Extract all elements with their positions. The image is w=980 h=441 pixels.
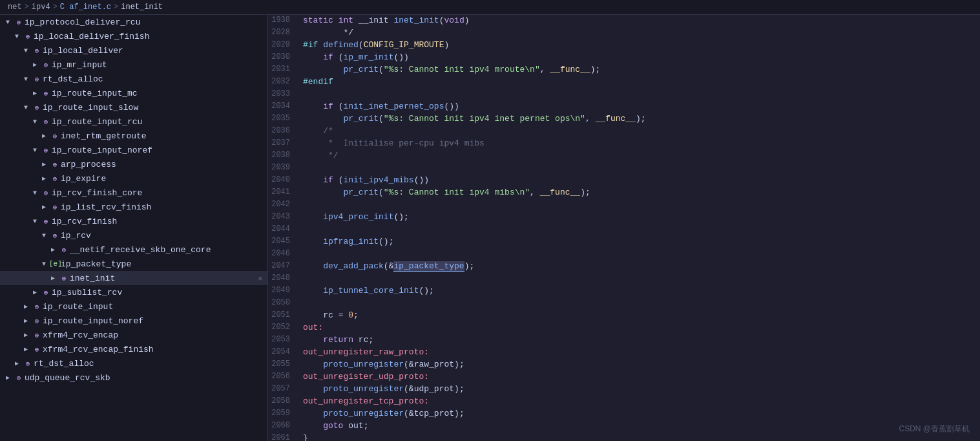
tree-chevron[interactable]: ▶ — [39, 175, 49, 182]
tree-chevron[interactable]: ▶ — [30, 288, 40, 296]
line-number: 2043 — [268, 211, 300, 224]
tree-chevron[interactable]: ▼ — [21, 104, 31, 111]
sidebar-item-arp_process[interactable]: ▶⊕ arp_process — [0, 157, 267, 171]
sidebar-item-ip_mr_input[interactable]: ▶⊕ ip_mr_input — [0, 58, 267, 72]
tree-icon-func: ⊕ — [58, 274, 70, 283]
code-line: 2053 return rc; — [268, 334, 980, 347]
sidebar-item-ip_protocol_deliver_rcu[interactable]: ▼⊕ ip_protocol_deliver_rcu — [0, 15, 267, 29]
sidebar-call-tree[interactable]: ▼⊕ ip_protocol_deliver_rcu▼⊕ ip_local_de… — [0, 15, 268, 441]
code-line: 2048 — [268, 273, 980, 285]
code-editor[interactable]: 1938static int __init inet_init(void)202… — [268, 15, 980, 441]
line-number: 2056 — [268, 371, 300, 383]
tree-chevron[interactable]: ▶ — [3, 374, 13, 382]
line-content: ip_tunnel_core_init(); — [300, 285, 980, 297]
tree-label: rt_dst_alloc — [34, 359, 94, 369]
tree-chevron[interactable]: ▶ — [39, 160, 49, 168]
tree-icon-func: ⊕ — [40, 189, 52, 197]
tree-label: ip_route_input_mc — [52, 89, 138, 98]
tree-item-close-button[interactable]: ✕ — [258, 274, 262, 283]
tree-label: __netif_receive_skb_one_core — [70, 245, 211, 255]
tree-chevron[interactable]: ▶ — [48, 246, 58, 253]
sidebar-item-ip_route_input_rcu[interactable]: ▼⊕ ip_route_input_rcu — [0, 114, 267, 129]
line-content — [300, 162, 980, 175]
tree-label: inet_init — [70, 274, 115, 283]
tree-chevron[interactable]: ▶ — [48, 274, 58, 282]
tree-chevron[interactable]: ▶ — [21, 303, 31, 310]
line-number: 2058 — [268, 396, 300, 408]
tree-icon-func: ⊕ — [31, 317, 43, 325]
sidebar-item-ip_local_deliver[interactable]: ▼⊕ ip_local_deliver — [0, 43, 267, 58]
sidebar-item-inet_rtm_getroute[interactable]: ▶⊕ inet_rtm_getroute — [0, 129, 267, 143]
tree-chevron[interactable]: ▼ — [30, 189, 40, 197]
line-number: 2046 — [268, 248, 300, 261]
tree-icon-func: ⊕ — [31, 331, 43, 339]
sidebar-item-ip_route_input[interactable]: ▶⊕ ip_route_input — [0, 299, 267, 314]
tree-chevron[interactable]: ▶ — [30, 61, 40, 69]
sidebar-item-ip_local_deliver_finish[interactable]: ▼⊕ ip_local_deliver_finish — [0, 29, 267, 43]
tree-label: inet_rtm_getroute — [61, 131, 147, 141]
sidebar-item-xfrm4_rcv_encap_finish[interactable]: ▶⊕ xfrm4_rcv_encap_finish — [0, 342, 267, 356]
tree-chevron[interactable]: ▼ — [12, 33, 22, 40]
tree-chevron[interactable]: ▼ — [21, 47, 31, 54]
sidebar-item-ip_route_input_mc[interactable]: ▶⊕ ip_route_input_mc — [0, 86, 267, 100]
tree-chevron[interactable]: ▶ — [21, 345, 31, 353]
sidebar-item-ip_expire[interactable]: ▶⊕ ip_expire — [0, 171, 267, 186]
tree-icon-func: ⊕ — [58, 246, 70, 254]
line-content: out: — [300, 322, 980, 334]
tree-icon-func: ⊕ — [13, 374, 25, 382]
code-line: 2056out_unregister_udp_proto: — [268, 371, 980, 383]
sidebar-item-rt_dst_alloc[interactable]: ▼⊕ rt_dst_alloc — [0, 72, 267, 86]
breadcrumb-file[interactable]: C af_inet.c — [60, 3, 111, 12]
code-line: 2039 — [268, 162, 980, 175]
sidebar-item-ip_route_input_noref[interactable]: ▼⊕ ip_route_input_noref — [0, 143, 267, 157]
breadcrumb-symbol[interactable]: inet_init — [121, 3, 163, 12]
tree-chevron[interactable]: ▼ — [30, 118, 40, 125]
sidebar-item-xfrm4_rcv_encap[interactable]: ▶⊕ xfrm4_rcv_encap — [0, 328, 267, 342]
tree-chevron[interactable]: ▼ — [39, 261, 49, 268]
sidebar-item-inet_init[interactable]: ▶⊕ inet_init✕ — [0, 271, 267, 285]
sidebar-item-ip_sublist_rcv[interactable]: ▶⊕ ip_sublist_rcv — [0, 285, 267, 299]
line-content — [300, 224, 980, 236]
sidebar-item-ip_packet_type[interactable]: ▼[e] ip_packet_type — [0, 257, 267, 271]
line-number: 2028 — [268, 27, 300, 39]
tree-chevron[interactable]: ▼ — [39, 232, 49, 239]
sidebar-item-__netif_receive_skb_one_core[interactable]: ▶⊕ __netif_receive_skb_one_core — [0, 242, 267, 257]
tree-chevron[interactable]: ▶ — [39, 132, 49, 140]
tree-chevron[interactable]: ▼ — [21, 76, 31, 83]
line-number: 2057 — [268, 383, 300, 396]
tree-chevron[interactable]: ▼ — [3, 19, 13, 26]
sidebar-item-udp_queue_rcv_skb[interactable]: ▶⊕ udp_queue_rcv_skb — [0, 371, 267, 385]
code-line: 2040 if (init_ipv4_mibs()) — [268, 175, 980, 187]
tree-chevron[interactable]: ▼ — [30, 218, 40, 225]
sidebar-item-ip_list_rcv_finish[interactable]: ▶⊕ ip_list_rcv_finish — [0, 200, 267, 214]
line-number: 2060 — [268, 420, 300, 433]
sidebar-item-ip_rcv_finish[interactable]: ▼⊕ ip_rcv_finish — [0, 214, 267, 228]
line-content: #endif — [300, 76, 980, 89]
sidebar-item-ip_route_input_slow[interactable]: ▼⊕ ip_route_input_slow — [0, 100, 267, 114]
line-number: 2031 — [268, 64, 300, 76]
sidebar-item-ip_route_input_noref[interactable]: ▶⊕ ip_route_input_noref — [0, 314, 267, 328]
code-line: 2060 goto out; — [268, 420, 980, 433]
tree-chevron[interactable]: ▼ — [30, 147, 40, 154]
tree-chevron[interactable]: ▶ — [21, 317, 31, 325]
tree-icon-func: ⊕ — [22, 32, 34, 41]
tree-icon-func: ⊕ — [31, 345, 43, 354]
tree-chevron[interactable]: ▶ — [39, 203, 49, 211]
line-number: 2033 — [268, 89, 300, 101]
tree-icon-func: ⊕ — [13, 18, 25, 27]
tree-chevron[interactable]: ▶ — [30, 89, 40, 97]
line-number: 2030 — [268, 52, 300, 64]
sidebar-item-ip_rcv[interactable]: ▼⊕ ip_rcv — [0, 228, 267, 242]
code-line: 2037 * Initialise per-cpu ipv4 mibs — [268, 138, 980, 150]
line-number: 2035 — [268, 113, 300, 125]
sidebar-item-rt_dst_alloc[interactable]: ▶⊕ rt_dst_alloc — [0, 356, 267, 371]
code-line: 2042 — [268, 199, 980, 211]
sidebar-item-ip_rcv_finish_core[interactable]: ▼⊕ ip_rcv_finish_core — [0, 186, 267, 200]
breadcrumb-ipv4[interactable]: ipv4 — [32, 3, 50, 12]
tree-chevron[interactable]: ▶ — [21, 331, 31, 339]
breadcrumb-net[interactable]: net — [8, 3, 22, 12]
code-line: 2058out_unregister_tcp_proto: — [268, 396, 980, 408]
tree-icon-func: ⊕ — [49, 231, 61, 240]
tree-chevron[interactable]: ▶ — [12, 360, 22, 367]
code-line: 2045 ipfrag_init(); — [268, 236, 980, 248]
